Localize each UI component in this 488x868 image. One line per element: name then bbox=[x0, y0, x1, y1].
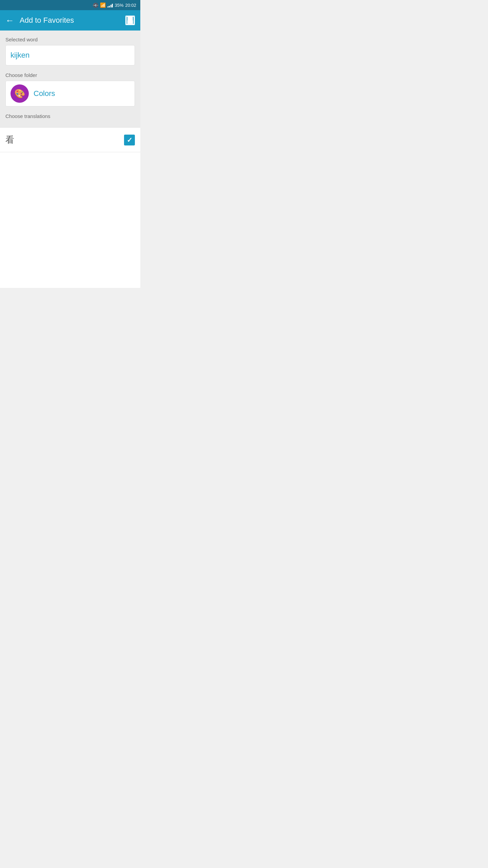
page-title: Add to Favorites bbox=[20, 16, 74, 25]
back-button[interactable]: ← bbox=[5, 15, 14, 26]
checkmark-icon: ✓ bbox=[127, 136, 133, 144]
save-icon bbox=[125, 16, 135, 25]
svg-rect-1 bbox=[127, 17, 131, 20]
svg-rect-0 bbox=[126, 17, 134, 24]
mute-icon: 🔇 bbox=[93, 3, 98, 8]
translation-text: 看 bbox=[5, 134, 14, 146]
folder-icon-circle: 🎨 bbox=[11, 84, 29, 103]
choose-translations-label: Choose translations bbox=[5, 113, 135, 119]
folder-name: Colors bbox=[34, 89, 55, 98]
palette-icon: 🎨 bbox=[14, 88, 25, 99]
empty-space bbox=[0, 152, 140, 288]
selected-word-label: Selected word bbox=[5, 37, 135, 42]
choose-folder-label: Choose folder bbox=[5, 72, 135, 78]
signal-bars bbox=[107, 3, 113, 7]
svg-rect-2 bbox=[127, 20, 133, 24]
folder-selector[interactable]: 🎨 Colors bbox=[5, 81, 135, 106]
back-arrow-icon: ← bbox=[5, 15, 14, 26]
battery-percent: 35% bbox=[115, 3, 123, 8]
translations-list: 看 ✓ bbox=[0, 128, 140, 152]
translation-item[interactable]: 看 ✓ bbox=[0, 128, 140, 152]
translation-checkbox[interactable]: ✓ bbox=[124, 135, 135, 145]
time: 20:02 bbox=[125, 3, 136, 8]
app-bar: ← Add to Favorites bbox=[0, 10, 140, 31]
svg-rect-3 bbox=[129, 17, 130, 19]
wifi-icon: 📶 bbox=[100, 2, 106, 8]
selected-word-field: kijken bbox=[5, 45, 135, 65]
status-bar: 🔇 📶 35% 20:02 bbox=[0, 0, 140, 10]
content-area: Selected word kijken Choose folder 🎨 Col… bbox=[0, 31, 140, 128]
save-button[interactable] bbox=[125, 16, 135, 25]
selected-word-value: kijken bbox=[11, 51, 29, 59]
